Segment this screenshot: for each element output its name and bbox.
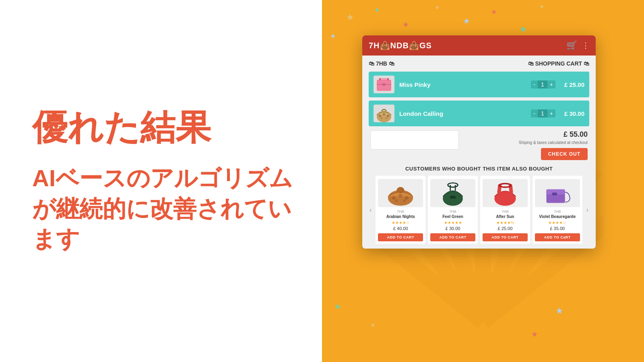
app-logo: 7H👜NDB👜GS [369, 41, 432, 50]
svg-point-21 [392, 196, 396, 200]
crosssell-carousel: ‹ [369, 176, 589, 244]
promo-code-input[interactable] [370, 130, 459, 150]
total-amount: £ 55.00 [519, 130, 588, 139]
section-cart-title: 🛍 SHOPPING CART 🛍 [528, 60, 589, 67]
crosssell-img-feel-green [430, 179, 475, 207]
qty-decrease-2[interactable]: - [531, 109, 538, 117]
add-to-cart-button-1[interactable]: ADD TO CART [378, 233, 423, 241]
crosssell-img-violet [535, 179, 580, 207]
right-panel: ★ ★ ★ ★ ★ ★ ★ ★ ★ ★ ★ ★ ★ ★ 7H👜NDB👜GS 🛒 … [322, 0, 644, 362]
svg-point-25 [403, 199, 406, 202]
header-menu-icon[interactable]: ⋮ [582, 41, 589, 50]
crosssell-brand-2: 7HB [430, 210, 475, 214]
add-to-cart-button-2[interactable]: ADD TO CART [430, 233, 475, 241]
app-body: 🛍 7HB 🛍 🛍 SHOPPING CART 🛍 Mis [362, 56, 596, 249]
total-section: £ 55.00 Shiping & taxes calculated at ch… [369, 130, 589, 160]
crosssell-section-title: CUSTOMERS WHO BOUGHT THIS ITEM ALSO BOUG… [369, 166, 589, 172]
cart-item-london-calling: London Calling - 1 + £ 30.00 [369, 101, 589, 126]
svg-point-24 [395, 199, 398, 202]
add-to-cart-button-3[interactable]: ADD TO CART [483, 233, 528, 241]
qty-decrease-1[interactable]: - [531, 80, 538, 88]
svg-point-20 [397, 187, 404, 193]
svg-rect-30 [450, 195, 456, 198]
svg-point-17 [381, 117, 382, 119]
cart-item-img-london-calling [374, 105, 394, 122]
crosssell-stars-2: ★★★★★ [430, 220, 475, 225]
cart-item-miss-pinky: Miss Pinky - 1 + £ 25.00 [369, 72, 589, 97]
crosssell-name-3: After Sun [483, 214, 528, 219]
crosssell-name-4: Violet Beauregarde [535, 214, 580, 219]
svg-rect-12 [382, 83, 386, 86]
svg-point-16 [387, 115, 389, 117]
app-header: 7H👜NDB👜GS 🛒 ⋮ [362, 35, 596, 56]
add-to-cart-button-4[interactable]: ADD TO CaRT [535, 233, 580, 241]
svg-rect-10 [387, 78, 389, 80]
qty-control-2: - 1 + [531, 109, 555, 117]
crosssell-brand-4: 7HB [535, 210, 580, 214]
svg-point-18 [386, 117, 387, 119]
qty-value-2: 1 [538, 109, 547, 117]
total-info: £ 55.00 Shiping & taxes calculated at ch… [519, 130, 588, 160]
crosssell-brand-1: 7HB [378, 210, 423, 214]
crosssell-stars-4: ★★★★☆ [535, 220, 580, 225]
qty-control-1: - 1 + [531, 80, 555, 88]
svg-rect-9 [379, 78, 381, 80]
crosssell-price-2: £ 30.00 [430, 226, 475, 231]
svg-point-15 [383, 113, 385, 115]
section-header: 🛍 7HB 🛍 🛍 SHOPPING CART 🛍 [369, 60, 589, 67]
left-panel: 優れた結果 AIベースのアルゴリズムが継続的に改善されています [0, 0, 322, 362]
crosssell-item-after-sun: 7HB After Sun ★★★★½ £ 25.00 ADD TO CART [480, 176, 530, 244]
crosssell-img-arabian-nights [378, 179, 423, 207]
cart-item-price-1: £ 25.00 [560, 81, 584, 88]
crosssell-stars-3: ★★★★½ [483, 220, 528, 225]
crosssell-item-violet: 7HB Violet Beauregarde ★★★★☆ £ 35.00 ADD… [533, 176, 582, 244]
crosssell-price-3: £ 25.00 [483, 226, 528, 231]
main-title: 優れた結果 [32, 108, 298, 147]
section-logo-label: 🛍 7HB 🛍 [369, 60, 394, 67]
crosssell-item-arabian-nights: 7HB Arabian Nights ★★★★☆ £ 40.00 ADD TO … [376, 176, 425, 244]
app-header-icons: 🛒 ⋮ [566, 40, 589, 51]
svg-point-22 [399, 194, 402, 197]
cart-item-price-2: £ 30.00 [560, 110, 584, 117]
checkout-button[interactable]: CHECK OUT [541, 148, 588, 160]
app-mockup: 7H👜NDB👜GS 🛒 ⋮ 🛍 7HB 🛍 🛍 SHOPPING CART 🛍 [362, 35, 596, 249]
crosssell-price-4: £ 35.00 [535, 226, 580, 231]
svg-point-23 [405, 196, 409, 200]
svg-point-14 [379, 115, 381, 117]
sub-title: AIベースのアルゴリズムが継続的に改善されています [32, 163, 298, 254]
crosssell-item-feel-green: 7HB Feel Green ★★★★★ £ 30.00 ADD TO CART [428, 176, 478, 244]
carousel-left-arrow[interactable]: ‹ [369, 206, 372, 214]
cart-item-name-2: London Calling [399, 110, 531, 117]
crosssell-name-2: Feel Green [430, 214, 475, 219]
crosssell-stars-1: ★★★★☆ [378, 220, 423, 225]
qty-increase-1[interactable]: + [547, 80, 555, 88]
cart-item-name-1: Miss Pinky [399, 81, 531, 88]
crosssell-price-1: £ 40.00 [378, 226, 423, 231]
qty-increase-2[interactable]: + [547, 109, 555, 117]
carousel-right-arrow[interactable]: › [586, 206, 589, 214]
header-cart-icon[interactable]: 🛒 [566, 40, 577, 51]
cart-item-img-miss-pinky [374, 76, 394, 93]
svg-rect-37 [552, 192, 557, 195]
crosssell-brand-3: 7HB [483, 210, 528, 214]
crosssell-name-1: Arabian Nights [378, 214, 423, 219]
qty-value-1: 1 [538, 80, 547, 88]
total-note: Shiping & taxes calculated at checkout [519, 140, 588, 145]
crosssell-items-container: 7HB Arabian Nights ★★★★☆ £ 40.00 ADD TO … [376, 176, 582, 244]
crosssell-img-after-sun [483, 179, 528, 207]
svg-point-29 [448, 183, 458, 187]
